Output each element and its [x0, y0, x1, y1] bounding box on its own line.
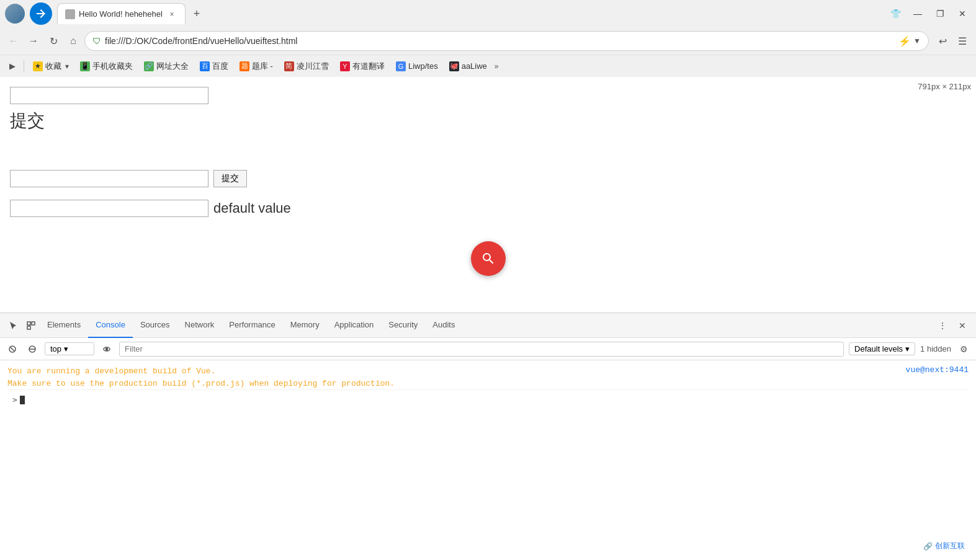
bookmark-label: aaLiwe	[462, 61, 487, 71]
bookmark-youdao[interactable]: Y 有道翻译	[335, 60, 390, 73]
home-btn[interactable]: ⌂	[65, 32, 82, 50]
console-source-link[interactable]: vue@next:9441	[906, 365, 969, 375]
levels-selector[interactable]: Default levels ▾	[849, 342, 915, 355]
clear-console-btn[interactable]	[5, 342, 20, 357]
bookmark-urls[interactable]: 🔗 网址大全	[139, 60, 194, 73]
minimize-btn[interactable]: —	[909, 5, 926, 22]
devtools-more-btn[interactable]: ⋮	[934, 317, 951, 334]
tab-sources[interactable]: Sources	[133, 313, 177, 338]
tab-security[interactable]: Security	[381, 313, 425, 338]
lightning-icon: ⚡	[898, 35, 911, 47]
svg-line-4	[11, 347, 14, 351]
devtools-panel: Elements Console Sources Network Perform…	[0, 313, 976, 505]
secure-icon: 🛡	[92, 36, 101, 46]
bookmark-label: 题库 -	[252, 61, 273, 72]
url-bar[interactable]: 🛡 file:///D:/OK/Code/frontEnd/vueHello/v…	[84, 31, 929, 51]
devtools-more: ⋮ ✕	[934, 317, 971, 334]
tab-title: Hello World! hehehehel	[79, 9, 163, 19]
tab-network[interactable]: Network	[177, 313, 222, 338]
devtools-inspect-icon[interactable]	[22, 317, 40, 334]
baidu-icon: 百	[200, 61, 210, 71]
console-line-1: You are running a development build of V…	[7, 365, 395, 378]
bookmark-label: 收藏	[45, 61, 61, 72]
input-field-3[interactable]	[10, 200, 208, 217]
window-controls: 👕 — ❐ ✕	[887, 5, 971, 22]
bookmark-baidu[interactable]: 百 百度	[195, 60, 233, 73]
tab-console[interactable]: Console	[88, 313, 133, 338]
avatar[interactable]	[5, 4, 25, 24]
input-field-2[interactable]	[10, 170, 208, 187]
chevron-down-icon: ▾	[905, 344, 910, 353]
bm-divider	[24, 60, 24, 73]
svg-point-8	[106, 348, 108, 350]
url-text: file:///D:/OK/Code/frontEnd/vueHello/vue…	[105, 36, 893, 46]
bookmark-label: 有道翻译	[352, 61, 385, 72]
toolbar-right: ↩ ☰	[934, 32, 971, 50]
tab-audits[interactable]: Audits	[425, 313, 462, 338]
tab-favicon	[65, 9, 75, 19]
bookmark-collect[interactable]: ★ 收藏 ▾	[28, 60, 74, 73]
bookmark-liwp[interactable]: G Liwp/tes	[391, 60, 443, 73]
svg-rect-0	[27, 322, 30, 325]
bookmark-mobile[interactable]: 📱 手机收藏夹	[75, 60, 138, 73]
address-bar: ← → ↻ ⌂ 🛡 file:///D:/OK/Code/frontEnd/vu…	[0, 27, 976, 55]
devtools-cursor-icon[interactable]	[5, 317, 22, 334]
nav-icon-btn[interactable]	[30, 2, 52, 25]
context-selector[interactable]: top ▾	[45, 342, 94, 355]
menu-btn[interactable]: ☰	[954, 32, 971, 50]
bookmarks-toggle[interactable]: ▶	[5, 59, 20, 74]
browser-chrome: Hello World! hehehehel × + 👕 — ❐ ✕ ← → ↻…	[0, 0, 976, 77]
bookmarks-bar: ▶ ★ 收藏 ▾ 📱 手机收藏夹 🔗 网址大全 百 百度 题 题库 - 简 凌川…	[0, 55, 976, 77]
undo-btn[interactable]: ↩	[934, 32, 951, 50]
eye-btn[interactable]	[99, 342, 114, 357]
settings-btn[interactable]: ⚙	[956, 342, 971, 357]
hidden-count: 1 hidden	[920, 344, 951, 353]
tab-performance[interactable]: Performance	[222, 313, 282, 338]
block-btn[interactable]	[25, 342, 40, 357]
bookmark-label: 凌川江雪	[297, 61, 329, 72]
devtools-tab-bar: Elements Console Sources Network Perform…	[0, 313, 976, 338]
svg-rect-1	[32, 322, 35, 325]
new-tab-btn[interactable]: +	[188, 5, 205, 22]
chevron-down-icon[interactable]: ▼	[913, 37, 921, 45]
input-row-2: 提交	[10, 170, 966, 187]
page-content: 791px × 211px 提交 提交 default value	[0, 77, 976, 313]
input-field-1[interactable]	[10, 87, 208, 104]
tab-elements[interactable]: Elements	[40, 313, 88, 338]
forward-btn[interactable]: →	[25, 32, 42, 50]
watermark: 🔗 创新互联	[920, 540, 969, 553]
submit-btn[interactable]: 提交	[213, 170, 247, 187]
tab-bar: Hello World! hehehehel × +	[57, 3, 887, 24]
bookmark-aalive[interactable]: 🐙 aaLiwe	[444, 60, 492, 73]
svg-rect-2	[27, 326, 30, 329]
liwp-icon: G	[396, 61, 406, 71]
filter-input[interactable]	[119, 342, 844, 357]
refresh-btn[interactable]: ↻	[45, 32, 62, 50]
default-value-text: default value	[213, 200, 291, 216]
tab-close-btn[interactable]: ×	[166, 9, 177, 20]
browser-tab[interactable]: Hello World! hehehehel ×	[57, 3, 186, 24]
bookmark-jianjiang[interactable]: 简 凌川江雪	[279, 60, 334, 73]
chevron-icon[interactable]: ▾	[65, 62, 69, 71]
console-cursor[interactable]	[20, 396, 25, 404]
devtools-close-btn[interactable]: ✕	[954, 317, 971, 334]
tab-memory[interactable]: Memory	[283, 313, 327, 338]
tab-application[interactable]: Application	[327, 313, 382, 338]
watermark-text: 创新互联	[935, 541, 965, 551]
questions-icon: 题	[240, 61, 249, 71]
levels-value: Default levels	[854, 344, 903, 353]
urls-icon: 🔗	[144, 61, 154, 71]
watermark-icon: 🔗	[923, 542, 933, 551]
close-btn[interactable]: ✕	[954, 5, 971, 22]
search-btn[interactable]	[471, 241, 506, 276]
star-icon: ★	[33, 61, 43, 71]
context-value: top	[50, 344, 61, 353]
restore-btn[interactable]: ❐	[931, 5, 949, 22]
shirt-btn[interactable]: 👕	[887, 5, 904, 22]
more-bookmarks-btn[interactable]: »	[495, 62, 499, 71]
bookmark-questions[interactable]: 题 题库 -	[235, 60, 278, 73]
input-row-1	[10, 87, 966, 104]
console-toolbar: top ▾ Default levels ▾ 1 hidden ⚙	[0, 338, 976, 360]
dimension-indicator: 791px × 211px	[918, 82, 971, 91]
back-btn[interactable]: ←	[5, 32, 22, 50]
